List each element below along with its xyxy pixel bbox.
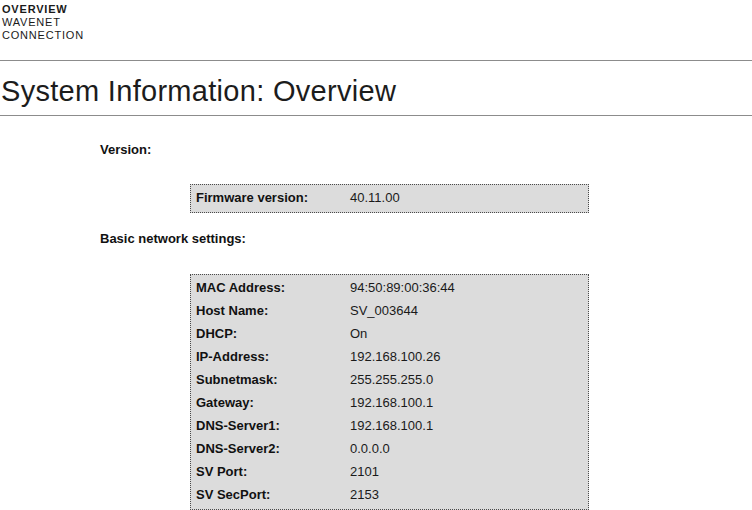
field-value: SV_003644	[350, 303, 583, 319]
field-value: 192.168.100.26	[350, 349, 583, 365]
field-label: SV Port:	[196, 464, 350, 480]
table-row: Subnetmask: 255.255.255.0	[191, 369, 588, 392]
table-row: DHCP: On	[191, 323, 588, 346]
field-label: Host Name:	[196, 303, 350, 319]
version-table: Firmware version: 40.11.00	[190, 184, 589, 213]
field-label: Gateway:	[196, 395, 350, 411]
table-row: Gateway: 192.168.100.1	[191, 392, 588, 415]
field-label: DNS-Server2:	[196, 441, 350, 457]
divider-under-title	[0, 115, 752, 116]
nav-item-overview[interactable]: OVERVIEW	[2, 3, 752, 16]
field-label: DHCP:	[196, 326, 350, 342]
field-value: 2153	[350, 487, 583, 503]
page-title: System Information: Overview	[0, 75, 752, 108]
table-row: DNS-Server2: 0.0.0.0	[191, 438, 588, 461]
field-value: 192.168.100.1	[350, 418, 583, 434]
nav-item-connection[interactable]: CONNECTION	[2, 29, 752, 42]
field-value: 255.255.255.0	[350, 372, 583, 388]
table-row: Host Name: SV_003644	[191, 300, 588, 323]
table-row: Firmware version: 40.11.00	[191, 187, 588, 210]
table-row: MAC Address: 94:50:89:00:36:44	[191, 277, 588, 300]
field-value: 192.168.100.1	[350, 395, 583, 411]
field-value: 94:50:89:00:36:44	[350, 280, 583, 296]
field-label: IP-Address:	[196, 349, 350, 365]
field-label: SV SecPort:	[196, 487, 350, 503]
divider-top	[0, 60, 752, 61]
field-value: 0.0.0.0	[350, 441, 583, 457]
field-value: 2101	[350, 464, 583, 480]
section-heading-network: Basic network settings:	[100, 231, 752, 246]
nav-item-wavenet[interactable]: WAVENET	[2, 16, 752, 29]
table-row: SV SecPort: 2153	[191, 484, 588, 507]
field-label: MAC Address:	[196, 280, 350, 296]
network-settings-table: MAC Address: 94:50:89:00:36:44 Host Name…	[190, 274, 589, 510]
section-heading-version: Version:	[100, 142, 752, 157]
table-row: DNS-Server1: 192.168.100.1	[191, 415, 588, 438]
field-value: On	[350, 326, 583, 342]
table-row: SV Port: 2101	[191, 461, 588, 484]
field-label: Firmware version:	[196, 190, 350, 206]
table-row: IP-Address: 192.168.100.26	[191, 346, 588, 369]
field-value: 40.11.00	[350, 190, 583, 206]
field-label: DNS-Server1:	[196, 418, 350, 434]
nav-menu: OVERVIEW WAVENET CONNECTION	[0, 0, 752, 60]
field-label: Subnetmask:	[196, 372, 350, 388]
